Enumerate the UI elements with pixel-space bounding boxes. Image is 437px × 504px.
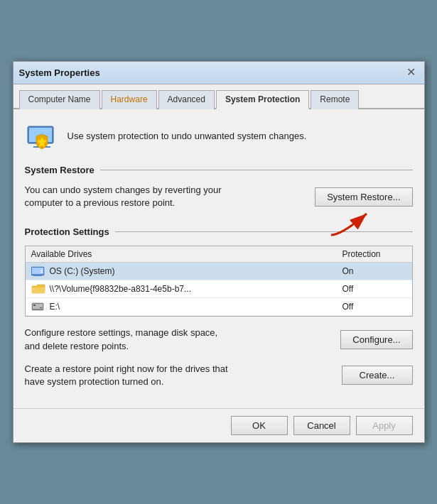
arrow-indicator bbox=[328, 203, 384, 239]
restore-row: You can undo system changes by reverting… bbox=[25, 184, 413, 209]
title-bar: System Properties ✕ bbox=[14, 62, 424, 84]
ok-button[interactable]: OK bbox=[231, 416, 288, 435]
tab-advanced[interactable]: Advanced bbox=[158, 90, 215, 109]
svg-rect-13 bbox=[33, 305, 36, 306]
table-row[interactable]: OS (C:) (System) On bbox=[26, 263, 412, 280]
drive-prot-volume: Off bbox=[342, 284, 406, 294]
drive-name-e: E:\ bbox=[50, 302, 342, 312]
tab-computer-name[interactable]: Computer Name bbox=[19, 90, 100, 109]
tab-bar: Computer Name Hardware Advanced System P… bbox=[14, 84, 424, 109]
configure-row: Configure restore settings, manage disk … bbox=[25, 327, 413, 352]
svg-rect-8 bbox=[33, 275, 42, 276]
folder-drive-icon bbox=[31, 283, 45, 295]
protection-settings-label: Protection Settings bbox=[25, 226, 109, 237]
cancel-button[interactable]: Cancel bbox=[293, 416, 350, 435]
table-header: Available Drives Protection bbox=[26, 246, 412, 263]
dialog-title: System Properties bbox=[19, 67, 100, 78]
tab-system-protection[interactable]: System Protection bbox=[216, 90, 309, 109]
shield-icon bbox=[25, 119, 59, 153]
system-drive-icon bbox=[31, 265, 45, 277]
table-row[interactable]: \\?\Volume{f98832be-a831-4e5b-b7... Off bbox=[26, 280, 412, 298]
svg-rect-7 bbox=[36, 274, 40, 275]
apply-button[interactable]: Apply bbox=[356, 416, 413, 435]
system-properties-dialog: System Properties ✕ Computer Name Hardwa… bbox=[13, 61, 425, 443]
drive-name-volume: \\?\Volume{f98832be-a831-4e5b-b7... bbox=[50, 284, 342, 294]
svg-point-10 bbox=[41, 270, 42, 271]
drive-name-c: OS (C:) (System) bbox=[50, 266, 342, 276]
svg-rect-9 bbox=[41, 272, 43, 273]
configure-description: Configure restore settings, manage disk … bbox=[25, 327, 231, 352]
info-row: Use system protection to undo unwanted s… bbox=[25, 119, 413, 153]
restore-description: You can undo system changes by reverting… bbox=[25, 184, 224, 209]
footer-bar: OK Cancel Apply bbox=[14, 408, 424, 442]
section-divider bbox=[100, 170, 413, 170]
tab-remote[interactable]: Remote bbox=[311, 90, 359, 109]
col-header-protection: Protection bbox=[342, 249, 406, 259]
close-button[interactable]: ✕ bbox=[404, 65, 419, 80]
system-restore-label: System Restore bbox=[25, 165, 95, 175]
svg-rect-14 bbox=[40, 307, 42, 308]
col-header-drives: Available Drives bbox=[31, 249, 342, 259]
table-row[interactable]: E:\ Off bbox=[26, 298, 412, 316]
tab-content: Use system protection to undo unwanted s… bbox=[14, 109, 424, 408]
configure-button[interactable]: Configure... bbox=[340, 330, 412, 349]
system-restore-header: System Restore bbox=[25, 165, 413, 175]
drive-prot-e: Off bbox=[342, 302, 406, 312]
create-button[interactable]: Create... bbox=[342, 366, 413, 385]
create-row: Create a restore point right now for the… bbox=[25, 363, 413, 388]
drive-prot-c: On bbox=[342, 266, 406, 276]
removable-drive-icon bbox=[31, 301, 45, 312]
create-description: Create a restore point right now for the… bbox=[25, 363, 231, 388]
info-description: Use system protection to undo unwanted s… bbox=[68, 131, 307, 141]
protection-table: Available Drives Protection OS (C:) (Sys… bbox=[25, 246, 413, 317]
tab-hardware[interactable]: Hardware bbox=[102, 90, 157, 109]
